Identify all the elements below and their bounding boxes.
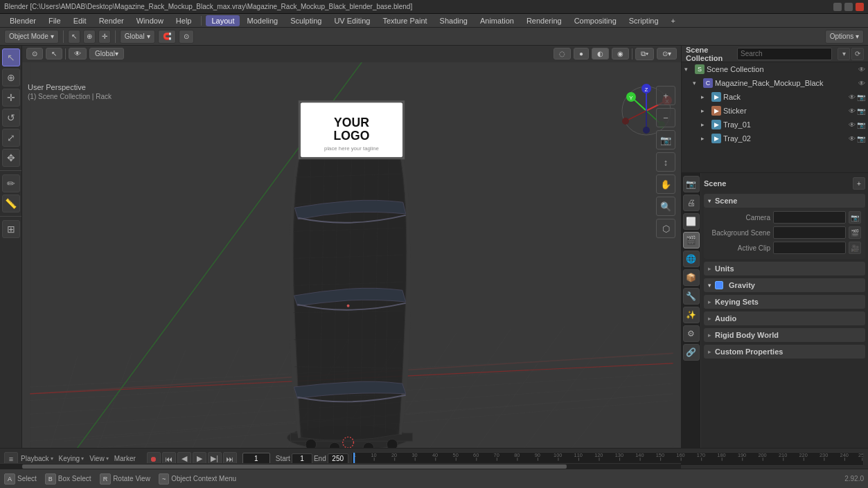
viewport-overlay-btn[interactable]: ⧉▾ — [635, 48, 654, 60]
tool-select[interactable]: ↖ — [2, 48, 20, 66]
outliner-filter-btn[interactable]: ▾ — [838, 48, 850, 60]
options-btn[interactable]: Options ▾ — [825, 30, 864, 44]
outliner-sync-btn[interactable]: ⟳ — [851, 48, 864, 60]
active-clip-icon-btn[interactable]: 🎥 — [849, 242, 861, 254]
props-add-btn[interactable]: + — [853, 177, 865, 190]
tray02-toggle[interactable]: ▸ — [701, 135, 709, 142]
viewport-select-mode[interactable]: ↖ — [46, 48, 62, 60]
proportional-edit-btn[interactable]: ⊙ — [179, 30, 194, 44]
tool-add-primitive[interactable]: ⊞ — [2, 220, 20, 238]
sticker-toggle[interactable]: ▸ — [701, 107, 709, 114]
rack-mesh-render[interactable]: 📷 — [857, 93, 865, 101]
menu-texture-paint[interactable]: Texture Paint — [377, 15, 432, 26]
global-dropdown[interactable]: Global ▾ — [120, 30, 155, 44]
viewport-shading-wire[interactable]: ◌ — [553, 48, 571, 60]
toolbar-move-tool[interactable]: ✛ — [98, 30, 111, 44]
object-mode-dropdown[interactable]: Object Mode ▾ — [4, 30, 59, 44]
menu-animation[interactable]: Animation — [475, 15, 520, 26]
gravity-checkbox[interactable] — [715, 281, 723, 289]
rack-visibility[interactable]: 👁 — [858, 80, 865, 87]
menu-sculpting[interactable]: Sculpting — [285, 15, 327, 26]
prop-tab-particles[interactable]: ✨ — [683, 307, 700, 323]
prop-tab-physics[interactable]: ⚙ — [683, 325, 700, 342]
active-clip-value[interactable] — [773, 242, 846, 254]
viewport-canvas[interactable]: YOUR LOGO place here your tagline User P… — [22, 62, 681, 448]
sticker-render[interactable]: 📷 — [857, 107, 865, 115]
snapping-btn[interactable]: 🧲 — [158, 30, 176, 44]
rack-mesh-toggle[interactable]: ▸ — [701, 93, 709, 100]
camera-value[interactable] — [773, 211, 846, 224]
viewport-zoom-in[interactable]: + — [656, 86, 675, 105]
tray01-render[interactable]: 📷 — [857, 121, 865, 129]
rigid-body-header[interactable]: ▸ Rigid Body World — [704, 328, 865, 342]
menu-window[interactable]: Window — [131, 15, 169, 26]
camera-icon-btn[interactable]: 📷 — [849, 211, 861, 224]
viewport-gizmo-btn[interactable]: ⊙▾ — [657, 48, 677, 60]
tool-scale[interactable]: ⤢ — [2, 129, 20, 147]
gravity-header[interactable]: ▾ Gravity — [704, 278, 865, 292]
viewport-zoom[interactable]: 🔍 — [656, 197, 675, 216]
menu-rendering[interactable]: Rendering — [521, 15, 567, 26]
tool-rotate[interactable]: ↺ — [2, 109, 20, 127]
audio-header[interactable]: ▸ Audio — [704, 311, 865, 325]
viewport-local-view[interactable]: ⬡ — [656, 219, 675, 238]
outliner-item-scene-collection[interactable]: ▾ S Scene Collection 👁 — [682, 62, 868, 76]
units-header[interactable]: ▸ Units — [704, 262, 865, 275]
tool-cursor[interactable]: ⊕ — [2, 69, 20, 87]
scene-toggle[interactable]: ▾ — [684, 66, 693, 73]
tray02-visibility[interactable]: 👁 — [849, 135, 856, 143]
menu-edit[interactable]: Edit — [68, 15, 92, 26]
tool-annotate[interactable]: ✏ — [2, 174, 20, 192]
viewport-orbit[interactable]: ↕ — [656, 152, 675, 172]
outliner-item-tray01[interactable]: ▸ ▶ Tray_01 👁 📷 — [682, 118, 868, 132]
prop-tab-render[interactable]: 📷 — [683, 176, 700, 192]
prop-tab-object[interactable]: 📦 — [683, 269, 700, 286]
bg-scene-icon-btn[interactable]: 🎬 — [849, 226, 861, 239]
keying-sets-header[interactable]: ▸ Keying Sets — [704, 295, 865, 309]
outliner-item-sticker[interactable]: ▸ ▶ Sticker 👁 📷 — [682, 104, 868, 118]
toolbar-cursor-tool[interactable]: ⊕ — [83, 30, 96, 44]
rack-mesh-visibility[interactable]: 👁 — [849, 93, 856, 101]
menu-render[interactable]: Render — [94, 15, 130, 26]
menu-shading[interactable]: Shading — [434, 15, 473, 26]
timeline-scrollbar[interactable] — [0, 463, 681, 469]
sticker-visibility[interactable]: 👁 — [849, 107, 856, 115]
prop-tab-scene[interactable]: 🎬 — [683, 232, 700, 248]
tray02-render[interactable]: 📷 — [857, 135, 865, 143]
menu-file[interactable]: File — [43, 15, 67, 26]
viewport-global[interactable]: Global▾ — [89, 48, 124, 60]
viewport-shading-solid[interactable]: ● — [574, 48, 589, 60]
viewport-3d[interactable]: ⊙ ↖ 👁 Global▾ ◌ ● ◐ ◉ ⧉▾ ⊙▾ — [22, 46, 681, 448]
minimize-button[interactable] — [833, 3, 842, 11]
rack-toggle[interactable]: ▾ — [693, 80, 701, 87]
menu-blender[interactable]: Blender — [4, 15, 42, 26]
close-button[interactable] — [856, 3, 864, 11]
toolbar-select-tool[interactable]: ↖ — [68, 30, 80, 44]
tool-transform[interactable]: ✥ — [2, 149, 20, 167]
bg-scene-value[interactable] — [773, 226, 846, 239]
tray01-visibility[interactable]: 👁 — [849, 121, 856, 129]
outliner-search[interactable] — [737, 48, 832, 60]
viewport-pan[interactable]: ✋ — [656, 174, 675, 194]
menu-modeling[interactable]: Modeling — [241, 15, 283, 26]
outliner-item-rack[interactable]: ▸ ▶ Rack 👁 📷 — [682, 90, 868, 104]
prop-tab-world[interactable]: 🌐 — [683, 251, 700, 267]
viewport-mode-toggle[interactable]: ⊙ — [26, 48, 43, 60]
scene-visibility[interactable]: 👁 — [858, 66, 865, 73]
menu-help[interactable]: Help — [170, 15, 197, 26]
menu-layout[interactable]: Layout — [206, 15, 240, 26]
viewport-zoom-out[interactable]: − — [656, 108, 675, 127]
prop-tab-output[interactable]: 🖨 — [683, 195, 700, 211]
viewport-shading-render[interactable]: ◉ — [612, 48, 629, 60]
tool-measure[interactable]: 📏 — [2, 195, 20, 213]
menu-scripting[interactable]: Scripting — [623, 15, 664, 26]
prop-tab-view-layer[interactable]: ⬜ — [683, 213, 700, 230]
prop-tab-modifier[interactable]: 🔧 — [683, 288, 700, 305]
menu-add-workspace[interactable]: + — [666, 15, 681, 26]
maximize-button[interactable] — [844, 3, 853, 11]
prop-tab-constraints[interactable]: 🔗 — [683, 344, 700, 361]
menu-uv-editing[interactable]: UV Editing — [328, 15, 375, 26]
tool-move[interactable]: ✛ — [2, 89, 20, 107]
menu-compositing[interactable]: Compositing — [569, 15, 622, 26]
outliner-item-tray02[interactable]: ▸ ▶ Tray_02 👁 📷 — [682, 132, 868, 145]
